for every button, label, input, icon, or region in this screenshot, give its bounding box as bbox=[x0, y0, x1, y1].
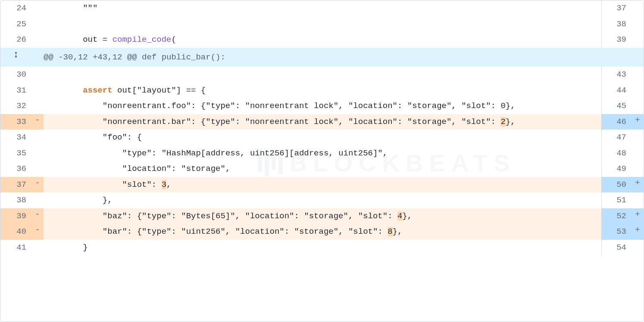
diff-marker-left bbox=[31, 240, 44, 256]
line-number-right[interactable]: 39 bbox=[601, 32, 631, 48]
diff-marker-left: - bbox=[31, 208, 44, 224]
line-number-right[interactable]: 51 bbox=[601, 192, 631, 208]
code-cell: } bbox=[44, 240, 601, 256]
line-number-right[interactable]: 46 bbox=[601, 114, 631, 130]
code-cell: "baz": {"type": "Bytes[65]", "location":… bbox=[44, 208, 601, 224]
diff-marker-left: - bbox=[31, 224, 44, 240]
diff-marker-right bbox=[631, 146, 644, 161]
line-number-left[interactable]: 36 bbox=[0, 161, 31, 177]
diff-marker-left bbox=[31, 192, 44, 208]
diff-row: 41 }54 bbox=[0, 240, 644, 256]
diff-marker-right bbox=[631, 83, 644, 99]
diff-marker-right bbox=[631, 32, 644, 48]
line-number-right[interactable]: 50 bbox=[601, 177, 631, 193]
diff-view: 24 """37253826 out = compile_code(39@@ -… bbox=[0, 0, 644, 322]
diff-marker-left bbox=[31, 146, 44, 161]
code-cell: "location": "storage", bbox=[44, 161, 601, 177]
line-number-right[interactable]: 47 bbox=[601, 130, 631, 146]
diff-marker-right: + bbox=[631, 224, 644, 240]
diff-row: 3043 bbox=[0, 67, 644, 83]
line-number-right[interactable]: 54 bbox=[601, 240, 631, 256]
diff-marker-left bbox=[31, 67, 44, 83]
diff-marker-right: + bbox=[631, 208, 644, 224]
line-number-left[interactable]: 37 bbox=[0, 177, 31, 193]
line-number-left[interactable]: 39 bbox=[0, 208, 31, 224]
code-cell bbox=[44, 16, 601, 32]
line-number-left[interactable]: 32 bbox=[0, 98, 31, 114]
diff-row: 35 "type": "HashMap[address, uint256][ad… bbox=[0, 146, 644, 161]
code-cell: "type": "HashMap[address, uint256][addre… bbox=[44, 146, 601, 161]
diff-row: 26 out = compile_code(39 bbox=[0, 32, 644, 48]
line-number-left[interactable]: 30 bbox=[0, 67, 31, 83]
line-number-left[interactable]: 35 bbox=[0, 146, 31, 161]
code-cell: assert out["layout"] == { bbox=[44, 83, 601, 99]
line-number-right[interactable]: 38 bbox=[601, 16, 631, 32]
line-number-right[interactable]: 44 bbox=[601, 83, 631, 99]
diff-row: 36 "location": "storage",49 bbox=[0, 161, 644, 177]
diff-marker-right bbox=[631, 192, 644, 208]
code-cell: "nonreentrant.foo": {"type": "nonreentra… bbox=[44, 98, 601, 114]
diff-row: 37- "slot": 3,50+ bbox=[0, 177, 644, 193]
diff-marker-right bbox=[631, 130, 644, 146]
diff-marker-right: + bbox=[631, 177, 644, 193]
diff-marker-right: + bbox=[631, 114, 644, 130]
code-cell: "foo": {+ bbox=[44, 130, 601, 146]
diff-marker-right bbox=[631, 98, 644, 114]
line-number-left[interactable]: 26 bbox=[0, 32, 31, 48]
diff-marker-left bbox=[31, 0, 44, 16]
diff-row: 32 "nonreentrant.foo": {"type": "nonreen… bbox=[0, 98, 644, 114]
diff-marker-left bbox=[31, 32, 44, 48]
code-cell bbox=[44, 67, 601, 83]
diff-marker-left: - bbox=[31, 114, 44, 130]
diff-marker-left bbox=[31, 161, 44, 177]
line-number-left[interactable]: 41 bbox=[0, 240, 31, 256]
diff-row: 31 assert out["layout"] == {44 bbox=[0, 83, 644, 99]
line-number-left[interactable]: 33 bbox=[0, 114, 31, 130]
code-cell: "slot": 3, bbox=[44, 177, 601, 193]
diff-marker-right bbox=[631, 16, 644, 32]
line-number-left[interactable]: 31 bbox=[0, 83, 31, 99]
diff-row: 2538 bbox=[0, 16, 644, 32]
diff-marker-left bbox=[31, 83, 44, 99]
line-number-right[interactable]: 45 bbox=[601, 98, 631, 114]
line-number-right[interactable]: 49 bbox=[601, 161, 631, 177]
line-number-right[interactable]: 52 bbox=[601, 208, 631, 224]
line-number-left[interactable]: 40 bbox=[0, 224, 31, 240]
diff-marker-right bbox=[631, 67, 644, 83]
code-cell: out = compile_code( bbox=[44, 32, 601, 48]
diff-marker-right bbox=[631, 240, 644, 256]
line-number-right[interactable]: 43 bbox=[601, 67, 631, 83]
code-cell: "bar": {"type": "uint256", "location": "… bbox=[44, 224, 601, 240]
diff-row: 40- "bar": {"type": "uint256", "location… bbox=[0, 224, 644, 240]
expand-icon[interactable] bbox=[0, 48, 31, 67]
line-number-right[interactable]: 53 bbox=[601, 224, 631, 240]
diff-row: @@ -30,12 +43,12 @@ def public_bar(): bbox=[0, 48, 644, 67]
diff-marker-left: - bbox=[31, 177, 44, 193]
code-cell: "nonreentrant.bar": {"type": "nonreentra… bbox=[44, 114, 601, 130]
code-cell: }, bbox=[44, 192, 601, 208]
code-cell: """ bbox=[44, 0, 601, 16]
diff-marker-right bbox=[631, 161, 644, 177]
line-number-right[interactable]: 37 bbox=[601, 0, 631, 16]
diff-marker-left bbox=[31, 130, 44, 146]
diff-row: 34 "foo": {+47 bbox=[0, 130, 644, 146]
diff-marker-left bbox=[31, 98, 44, 114]
diff-table: 24 """37253826 out = compile_code(39@@ -… bbox=[0, 0, 644, 255]
line-number-left[interactable]: 25 bbox=[0, 16, 31, 32]
line-number-left[interactable]: 38 bbox=[0, 192, 31, 208]
diff-marker-left bbox=[31, 16, 44, 32]
diff-row: 39- "baz": {"type": "Bytes[65]", "locati… bbox=[0, 208, 644, 224]
diff-row: 38 },51 bbox=[0, 192, 644, 208]
diff-row: 24 """37 bbox=[0, 0, 644, 16]
line-number-left[interactable]: 34 bbox=[0, 130, 31, 146]
line-number-right[interactable]: 48 bbox=[601, 146, 631, 161]
diff-row: 33- "nonreentrant.bar": {"type": "nonree… bbox=[0, 114, 644, 130]
line-number-left[interactable]: 24 bbox=[0, 0, 31, 16]
hunk-header: @@ -30,12 +43,12 @@ def public_bar(): bbox=[44, 48, 601, 67]
diff-marker-right bbox=[631, 0, 644, 16]
